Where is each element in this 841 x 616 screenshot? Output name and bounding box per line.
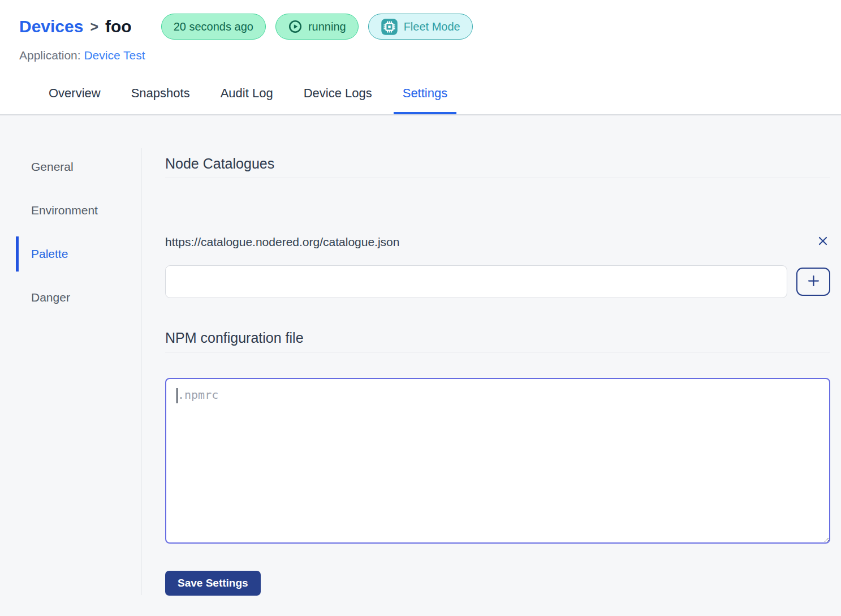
- breadcrumb-row: Devices > foo 20 seconds ago running: [19, 14, 841, 40]
- npm-config-textarea[interactable]: [165, 378, 830, 544]
- application-label: Application:: [19, 49, 81, 62]
- text-caret: [176, 388, 178, 403]
- fleet-mode-badge: Fleet Mode: [368, 14, 473, 40]
- breadcrumb-devices-link[interactable]: Devices: [19, 17, 83, 36]
- running-status-label: running: [308, 20, 346, 33]
- running-status-badge: running: [275, 14, 359, 40]
- sidebar-item-danger[interactable]: Danger: [0, 290, 141, 305]
- npm-config-title: NPM configuration file: [165, 330, 830, 346]
- breadcrumb-device-name: foo: [105, 17, 132, 36]
- save-settings-button[interactable]: Save Settings: [165, 571, 261, 596]
- npm-config-section: NPM configuration file: [165, 330, 830, 544]
- chip-icon: [381, 18, 398, 36]
- last-seen-badge: 20 seconds ago: [161, 14, 266, 40]
- sidebar-item-palette[interactable]: Palette: [0, 247, 141, 261]
- breadcrumb: Devices > foo: [19, 17, 132, 36]
- fleet-mode-label: Fleet Mode: [404, 20, 460, 33]
- section-divider: [165, 352, 830, 352]
- tab-device-logs[interactable]: Device Logs: [295, 86, 381, 114]
- plus-icon: [806, 273, 821, 290]
- sidebar-item-label: Environment: [31, 204, 98, 217]
- play-circle-icon: [288, 19, 303, 34]
- npm-config-textarea-wrap: [165, 378, 830, 544]
- tab-overview[interactable]: Overview: [40, 86, 110, 114]
- tab-snapshots[interactable]: Snapshots: [122, 86, 199, 114]
- application-link[interactable]: Device Test: [84, 49, 145, 62]
- palette-settings-panel: Node Catalogues https://catalogue.nodere…: [141, 148, 841, 616]
- settings-content: General Environment Palette Danger Node …: [0, 115, 841, 616]
- add-catalogue-button[interactable]: [796, 268, 830, 296]
- tab-bar: Overview Snapshots Audit Log Device Logs…: [19, 86, 841, 114]
- sidebar-item-environment[interactable]: Environment: [0, 203, 141, 218]
- application-row: Application: Device Test: [19, 49, 841, 62]
- sidebar-item-label: General: [31, 160, 74, 173]
- tab-audit-log[interactable]: Audit Log: [212, 86, 282, 114]
- catalogue-url: https://catalogue.nodered.org/catalogue.…: [165, 235, 399, 249]
- settings-sidebar: General Environment Palette Danger: [0, 148, 141, 595]
- chevron-right-icon: >: [90, 19, 98, 35]
- remove-catalogue-button[interactable]: [816, 234, 830, 250]
- sidebar-item-label: Palette: [31, 247, 68, 260]
- sidebar-item-label: Danger: [31, 291, 70, 304]
- add-catalogue-row: [165, 265, 830, 298]
- sidebar-item-general[interactable]: General: [0, 160, 141, 174]
- status-badges: 20 seconds ago running: [161, 14, 473, 40]
- tab-settings[interactable]: Settings: [394, 86, 457, 114]
- node-catalogues-title: Node Catalogues: [165, 156, 830, 172]
- new-catalogue-input[interactable]: [165, 265, 787, 298]
- section-divider: [165, 178, 830, 178]
- last-seen-label: 20 seconds ago: [174, 20, 253, 33]
- page-header: Devices > foo 20 seconds ago running: [0, 0, 841, 115]
- close-icon: [817, 235, 829, 249]
- catalogue-entry-row: https://catalogue.nodered.org/catalogue.…: [165, 234, 830, 250]
- active-indicator: [16, 236, 19, 272]
